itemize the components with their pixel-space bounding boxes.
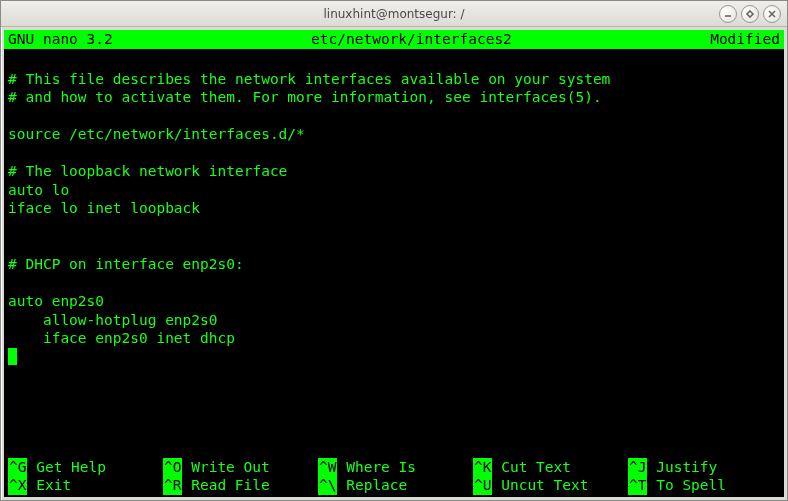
editor-line[interactable] [8, 236, 780, 255]
shortcut-key: ^K [473, 458, 492, 477]
nano-status: Modified [710, 30, 780, 49]
editor-line[interactable]: iface enp2s0 inet dhcp [8, 329, 780, 348]
editor-line[interactable] [8, 348, 780, 367]
shortcut-item: ^T To Spell [628, 476, 783, 495]
shortcut-label: To Spell [647, 476, 726, 495]
editor-line[interactable]: source /etc/network/interfaces.d/* [8, 125, 780, 144]
shortcut-key: ^R [163, 476, 182, 495]
terminal-window: linuxhint@montsegur: / GNU nano 3.2 etc/… [0, 0, 788, 501]
shortcut-key: ^U [473, 476, 492, 495]
shortcut-label: Exit [27, 476, 71, 495]
editor-line[interactable]: # The loopback network interface [8, 162, 780, 181]
shortcut-key: ^O [163, 458, 182, 477]
nano-version: GNU nano 3.2 [8, 30, 113, 49]
shortcut-key: ^T [628, 476, 647, 495]
window-controls [719, 5, 781, 23]
maximize-icon [745, 9, 755, 19]
shortcut-key: ^G [8, 458, 27, 477]
shortcut-item: ^X Exit [8, 476, 163, 495]
shortcut-item: ^K Cut Text [473, 458, 628, 477]
shortcut-label: Cut Text [492, 458, 571, 477]
shortcut-key: ^W [318, 458, 337, 477]
shortcut-key: ^X [8, 476, 27, 495]
shortcut-label: Where Is [337, 458, 416, 477]
shortcut-label: Read File [182, 476, 269, 495]
shortcut-item: ^W Where Is [318, 458, 473, 477]
close-icon [767, 9, 777, 19]
shortcut-item: ^\ Replace [318, 476, 473, 495]
editor-line[interactable]: # DHCP on interface enp2s0: [8, 255, 780, 274]
editor-line[interactable]: # and how to activate them. For more inf… [8, 88, 780, 107]
shortcut-row-1: ^G Get Help^O Write Out^W Where Is^K Cut… [8, 458, 780, 477]
editor-line[interactable] [8, 51, 780, 70]
close-button[interactable] [763, 5, 781, 23]
shortcut-label: Get Help [27, 458, 106, 477]
editor-line[interactable]: auto enp2s0 [8, 292, 780, 311]
editor-line[interactable]: allow-hotplug enp2s0 [8, 311, 780, 330]
editor-line[interactable] [8, 144, 780, 163]
shortcut-row-2: ^X Exit^R Read File^\ Replace^U Uncut Te… [8, 476, 780, 495]
shortcut-item: ^R Read File [163, 476, 318, 495]
shortcut-label: Justify [647, 458, 717, 477]
shortcut-label: Write Out [182, 458, 269, 477]
window-titlebar[interactable]: linuxhint@montsegur: / [1, 1, 787, 27]
editor-line[interactable]: # This file describes the network interf… [8, 70, 780, 89]
editor-line[interactable]: auto lo [8, 181, 780, 200]
text-cursor [8, 348, 17, 365]
shortcut-key: ^\ [318, 476, 337, 495]
minimize-icon [723, 9, 733, 19]
shortcut-item: ^G Get Help [8, 458, 163, 477]
shortcut-item: ^J Justify [628, 458, 783, 477]
minimize-button[interactable] [719, 5, 737, 23]
terminal-viewport[interactable]: GNU nano 3.2 etc/network/interfaces2 Mod… [4, 30, 784, 497]
editor-line[interactable] [8, 274, 780, 293]
nano-filepath: etc/network/interfaces2 [113, 30, 710, 49]
shortcut-item: ^O Write Out [163, 458, 318, 477]
shortcut-item: ^U Uncut Text [473, 476, 628, 495]
window-title: linuxhint@montsegur: / [323, 7, 464, 21]
editor-line[interactable]: iface lo inet loopback [8, 199, 780, 218]
editor-line[interactable] [8, 107, 780, 126]
nano-shortcut-bar: ^G Get Help^O Write Out^W Where Is^K Cut… [4, 458, 784, 497]
nano-header-bar: GNU nano 3.2 etc/network/interfaces2 Mod… [4, 30, 784, 49]
shortcut-label: Uncut Text [492, 476, 588, 495]
editor-content[interactable]: # This file describes the network interf… [4, 49, 784, 366]
maximize-button[interactable] [741, 5, 759, 23]
shortcut-key: ^J [628, 458, 647, 477]
shortcut-label: Replace [337, 476, 407, 495]
editor-line[interactable] [8, 218, 780, 237]
